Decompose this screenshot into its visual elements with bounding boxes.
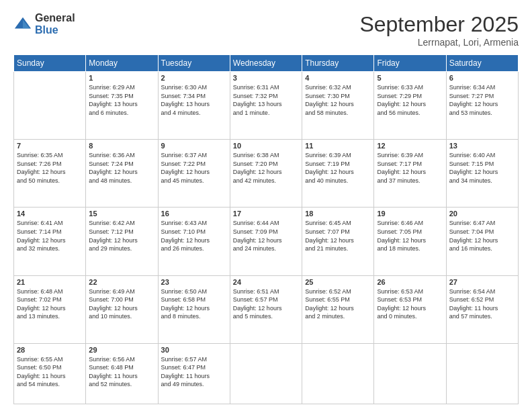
- day-cell: 30Sunrise: 6:57 AMSunset: 6:47 PMDayligh…: [158, 343, 230, 404]
- day-info: Sunrise: 6:31 AMSunset: 7:32 PMDaylight:…: [233, 83, 299, 117]
- day-cell: 8Sunrise: 6:36 AMSunset: 7:24 PMDaylight…: [86, 140, 158, 208]
- day-number: 22: [89, 278, 154, 286]
- day-number: 9: [161, 142, 227, 150]
- day-cell: 10Sunrise: 6:38 AMSunset: 7:20 PMDayligh…: [230, 140, 302, 208]
- day-number: 7: [17, 142, 83, 150]
- week-row-4: 28Sunrise: 6:55 AMSunset: 6:50 PMDayligh…: [14, 343, 519, 404]
- day-cell: 21Sunrise: 6:48 AMSunset: 7:02 PMDayligh…: [14, 275, 86, 343]
- day-number: 16: [161, 210, 227, 218]
- day-number: 11: [305, 142, 371, 150]
- header-monday: Monday: [86, 55, 158, 72]
- logo-blue-text: Blue: [35, 24, 75, 36]
- day-cell: 2Sunrise: 6:30 AMSunset: 7:34 PMDaylight…: [158, 72, 230, 140]
- week-row-0: 1Sunrise: 6:29 AMSunset: 7:35 PMDaylight…: [14, 72, 519, 140]
- day-info: Sunrise: 6:57 AMSunset: 6:47 PMDaylight:…: [161, 355, 227, 389]
- day-cell: 27Sunrise: 6:54 AMSunset: 6:52 PMDayligh…: [446, 275, 518, 343]
- day-info: Sunrise: 6:30 AMSunset: 7:34 PMDaylight:…: [161, 83, 227, 117]
- day-number: 4: [305, 74, 371, 82]
- day-number: 27: [449, 278, 515, 286]
- day-info: Sunrise: 6:53 AMSunset: 6:53 PMDaylight:…: [377, 287, 443, 321]
- day-cell: 28Sunrise: 6:55 AMSunset: 6:50 PMDayligh…: [14, 343, 86, 404]
- calendar: SundayMondayTuesdayWednesdayThursdayFrid…: [13, 54, 519, 404]
- day-info: Sunrise: 6:36 AMSunset: 7:24 PMDaylight:…: [89, 151, 154, 185]
- day-cell: 16Sunrise: 6:43 AMSunset: 7:10 PMDayligh…: [158, 208, 230, 275]
- day-number: 3: [233, 74, 299, 82]
- logo: General Blue: [13, 12, 75, 36]
- day-info: Sunrise: 6:47 AMSunset: 7:04 PMDaylight:…: [449, 219, 515, 253]
- logo-icon: [13, 15, 32, 34]
- header-sunday: Sunday: [14, 55, 86, 72]
- day-number: 6: [449, 74, 515, 82]
- day-cell: 29Sunrise: 6:56 AMSunset: 6:48 PMDayligh…: [86, 343, 158, 404]
- day-number: 18: [305, 210, 371, 218]
- day-cell: 23Sunrise: 6:50 AMSunset: 6:58 PMDayligh…: [158, 275, 230, 343]
- day-cell: 18Sunrise: 6:45 AMSunset: 7:07 PMDayligh…: [302, 208, 374, 275]
- day-cell: 15Sunrise: 6:42 AMSunset: 7:12 PMDayligh…: [86, 208, 158, 275]
- week-row-2: 14Sunrise: 6:41 AMSunset: 7:14 PMDayligh…: [14, 208, 519, 275]
- day-info: Sunrise: 6:46 AMSunset: 7:05 PMDaylight:…: [377, 219, 443, 253]
- day-cell: 6Sunrise: 6:34 AMSunset: 7:27 PMDaylight…: [446, 72, 518, 140]
- header-friday: Friday: [374, 55, 446, 72]
- day-info: Sunrise: 6:37 AMSunset: 7:22 PMDaylight:…: [161, 151, 227, 185]
- day-number: 10: [233, 142, 299, 150]
- day-info: Sunrise: 6:42 AMSunset: 7:12 PMDaylight:…: [89, 219, 154, 253]
- day-cell: 19Sunrise: 6:46 AMSunset: 7:05 PMDayligh…: [374, 208, 446, 275]
- day-info: Sunrise: 6:52 AMSunset: 6:55 PMDaylight:…: [305, 287, 371, 321]
- day-cell: [14, 72, 86, 140]
- day-info: Sunrise: 6:33 AMSunset: 7:29 PMDaylight:…: [377, 83, 443, 117]
- day-number: 24: [233, 278, 299, 286]
- header-tuesday: Tuesday: [158, 55, 230, 72]
- day-info: Sunrise: 6:32 AMSunset: 7:30 PMDaylight:…: [305, 83, 371, 117]
- day-number: 14: [17, 210, 83, 218]
- day-info: Sunrise: 6:45 AMSunset: 7:07 PMDaylight:…: [305, 219, 371, 253]
- day-number: 1: [89, 74, 154, 82]
- day-info: Sunrise: 6:51 AMSunset: 6:57 PMDaylight:…: [233, 287, 299, 321]
- day-number: 30: [161, 346, 227, 354]
- day-info: Sunrise: 6:43 AMSunset: 7:10 PMDaylight:…: [161, 219, 227, 253]
- day-cell: [230, 343, 302, 404]
- day-number: 20: [449, 210, 515, 218]
- header-wednesday: Wednesday: [230, 55, 302, 72]
- week-row-1: 7Sunrise: 6:35 AMSunset: 7:26 PMDaylight…: [14, 140, 519, 208]
- day-cell: 25Sunrise: 6:52 AMSunset: 6:55 PMDayligh…: [302, 275, 374, 343]
- day-info: Sunrise: 6:39 AMSunset: 7:19 PMDaylight:…: [305, 151, 371, 185]
- day-info: Sunrise: 6:56 AMSunset: 6:48 PMDaylight:…: [89, 355, 154, 389]
- location: Lerrnapat, Lori, Armenia: [359, 37, 519, 48]
- day-cell: [446, 343, 518, 404]
- day-info: Sunrise: 6:29 AMSunset: 7:35 PMDaylight:…: [89, 83, 154, 117]
- day-info: Sunrise: 6:41 AMSunset: 7:14 PMDaylight:…: [17, 219, 83, 253]
- day-info: Sunrise: 6:50 AMSunset: 6:58 PMDaylight:…: [161, 287, 227, 321]
- day-cell: 22Sunrise: 6:49 AMSunset: 7:00 PMDayligh…: [86, 275, 158, 343]
- header: General Blue September 2025 Lerrnapat, L…: [13, 12, 519, 48]
- day-info: Sunrise: 6:49 AMSunset: 7:00 PMDaylight:…: [89, 287, 154, 321]
- day-number: 2: [161, 74, 227, 82]
- day-info: Sunrise: 6:34 AMSunset: 7:27 PMDaylight:…: [449, 83, 515, 117]
- week-row-3: 21Sunrise: 6:48 AMSunset: 7:02 PMDayligh…: [14, 275, 519, 343]
- day-number: 8: [89, 142, 154, 150]
- day-number: 29: [89, 346, 154, 354]
- day-number: 25: [305, 278, 371, 286]
- day-info: Sunrise: 6:44 AMSunset: 7:09 PMDaylight:…: [233, 219, 299, 253]
- day-cell: 12Sunrise: 6:39 AMSunset: 7:17 PMDayligh…: [374, 140, 446, 208]
- day-info: Sunrise: 6:38 AMSunset: 7:20 PMDaylight:…: [233, 151, 299, 185]
- header-thursday: Thursday: [302, 55, 374, 72]
- day-info: Sunrise: 6:55 AMSunset: 6:50 PMDaylight:…: [17, 355, 83, 389]
- day-cell: [302, 343, 374, 404]
- day-number: 26: [377, 278, 443, 286]
- day-cell: 1Sunrise: 6:29 AMSunset: 7:35 PMDaylight…: [86, 72, 158, 140]
- header-saturday: Saturday: [446, 55, 518, 72]
- calendar-header-row: SundayMondayTuesdayWednesdayThursdayFrid…: [14, 55, 519, 72]
- day-number: 21: [17, 278, 83, 286]
- day-cell: 11Sunrise: 6:39 AMSunset: 7:19 PMDayligh…: [302, 140, 374, 208]
- day-cell: 7Sunrise: 6:35 AMSunset: 7:26 PMDaylight…: [14, 140, 86, 208]
- day-number: 28: [17, 346, 83, 354]
- day-cell: 5Sunrise: 6:33 AMSunset: 7:29 PMDaylight…: [374, 72, 446, 140]
- day-number: 13: [449, 142, 515, 150]
- logo-general-text: General: [35, 12, 75, 24]
- day-cell: 14Sunrise: 6:41 AMSunset: 7:14 PMDayligh…: [14, 208, 86, 275]
- day-number: 23: [161, 278, 227, 286]
- day-number: 19: [377, 210, 443, 218]
- day-cell: [374, 343, 446, 404]
- day-cell: 26Sunrise: 6:53 AMSunset: 6:53 PMDayligh…: [374, 275, 446, 343]
- day-info: Sunrise: 6:40 AMSunset: 7:15 PMDaylight:…: [449, 151, 515, 185]
